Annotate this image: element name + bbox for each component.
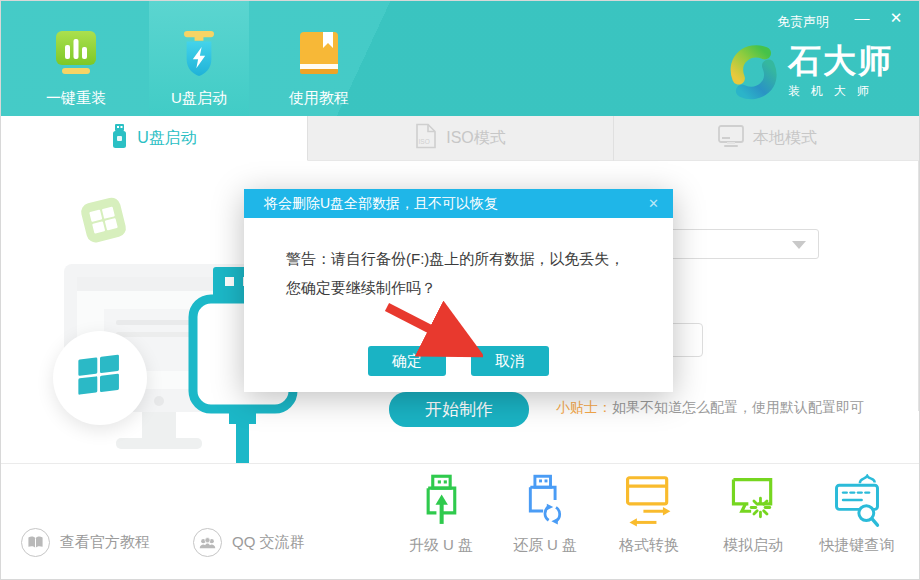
dialog-title: 将会删除U盘全部数据，且不可以恢复 [264, 195, 648, 213]
start-make-button[interactable]: 开始制作 [389, 392, 529, 427]
format-convert-icon [624, 470, 674, 528]
tool-format-convert[interactable]: 格式转换 [599, 470, 699, 555]
tool-label: 快捷键查询 [820, 536, 895, 555]
dialog-header: 将会删除U盘全部数据，且不可以恢复 ✕ [244, 189, 673, 218]
confirm-button[interactable]: 确定 [368, 346, 446, 376]
nav-item-tutorial[interactable]: 使用教程 [269, 1, 369, 116]
svg-text:ISO: ISO [419, 138, 430, 145]
nav-item-label: 一键重装 [46, 89, 106, 108]
usb-restore-icon [523, 470, 567, 528]
iso-file-icon: ISO [415, 123, 437, 153]
nav-item-label: U盘启动 [171, 89, 227, 108]
hotkey-query-icon [833, 470, 881, 528]
book-circle-icon [21, 528, 50, 557]
dialog-buttons: 确定 取消 [244, 346, 673, 376]
qq-group-link[interactable]: QQ 交流群 [193, 528, 305, 557]
tool-label: 还原 U 盘 [513, 536, 577, 555]
tool-simulate-boot[interactable]: 模拟启动 [703, 470, 803, 555]
monitor-icon [718, 124, 744, 152]
official-tutorial-link[interactable]: 查看官方教程 [21, 528, 150, 557]
simulate-boot-icon [729, 470, 777, 528]
link-label: 查看官方教程 [60, 533, 150, 552]
tab-iso-mode[interactable]: ISO ISO模式 [308, 116, 614, 161]
tip-label: 小贴士： [556, 399, 612, 415]
nav-item-usb-boot[interactable]: U盘启动 [149, 1, 249, 116]
tab-label: ISO模式 [446, 128, 506, 149]
tool-upgrade-usb[interactable]: 升级 U 盘 [391, 470, 491, 555]
tip-text: 小贴士：如果不知道怎么配置，使用默认配置即可 [556, 399, 864, 417]
brand-logo-icon [726, 43, 780, 105]
disclaimer-link[interactable]: 免责声明 [777, 13, 829, 31]
nav-item-label: 使用教程 [289, 89, 349, 108]
usb-upgrade-icon [419, 470, 463, 528]
brand: 石大师 装机大师 [726, 43, 893, 105]
tab-usb-boot[interactable]: U盘启动 [1, 116, 308, 161]
windows-tile-icon [78, 195, 130, 250]
bar-chart-icon [52, 31, 100, 81]
close-button[interactable]: ✕ [885, 7, 907, 29]
brand-name: 石大师 [788, 43, 893, 79]
people-circle-icon [193, 528, 222, 557]
windows-flag-icon [77, 354, 123, 402]
tool-label: 模拟启动 [723, 536, 783, 555]
tab-label: 本地模式 [753, 128, 817, 149]
tool-label: 升级 U 盘 [409, 536, 473, 555]
dialog-message: 警告：请自行备份(F:)盘上的所有数据，以免丢失，您确定要继续制作吗？ [244, 218, 673, 302]
minimize-button[interactable]: — [851, 7, 873, 29]
footer: 查看官方教程 QQ 交流群 [1, 463, 920, 580]
cancel-button[interactable]: 取消 [471, 346, 549, 376]
warning-dialog: 将会删除U盘全部数据，且不可以恢复 ✕ 警告：请自行备份(F:)盘上的所有数据，… [244, 189, 673, 392]
nav-item-reinstall[interactable]: 一键重装 [26, 1, 126, 116]
tab-label: U盘启动 [137, 128, 197, 149]
book-icon [295, 31, 343, 81]
link-label: QQ 交流群 [232, 533, 305, 552]
tool-hotkey-query[interactable]: 快捷键查询 [807, 470, 907, 555]
tip-body: 如果不知道怎么配置，使用默认配置即可 [612, 399, 864, 415]
windows-flag-badge [53, 331, 147, 425]
mode-tabs: U盘启动 ISO ISO模式 本地模式 [1, 116, 920, 161]
app-window: 一键重装 U盘启动 [0, 0, 920, 580]
tab-local-mode[interactable]: 本地模式 [614, 116, 920, 161]
shield-bolt-icon [175, 31, 223, 81]
footer-tools: 升级 U 盘 [391, 470, 907, 555]
window-edge [918, 161, 919, 411]
tool-restore-usb[interactable]: 还原 U 盘 [495, 470, 595, 555]
brand-subtitle: 装机大师 [788, 83, 893, 100]
header: 一键重装 U盘启动 [1, 1, 920, 116]
chevron-down-icon [792, 241, 806, 249]
tool-label: 格式转换 [619, 536, 679, 555]
dialog-close-icon[interactable]: ✕ [648, 196, 659, 211]
usb-stick-icon [111, 124, 128, 152]
